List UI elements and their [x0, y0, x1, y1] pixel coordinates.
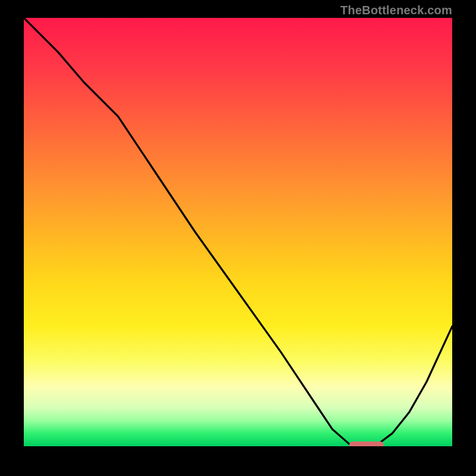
- chart-frame: TheBottleneck.com: [0, 0, 476, 476]
- bottleneck-curve: [24, 18, 452, 446]
- y-axis: [23, 18, 24, 452]
- attribution-text: TheBottleneck.com: [340, 4, 452, 17]
- x-axis: [18, 446, 452, 447]
- plot-area: [24, 18, 452, 446]
- sweet-spot-marker: [349, 441, 384, 446]
